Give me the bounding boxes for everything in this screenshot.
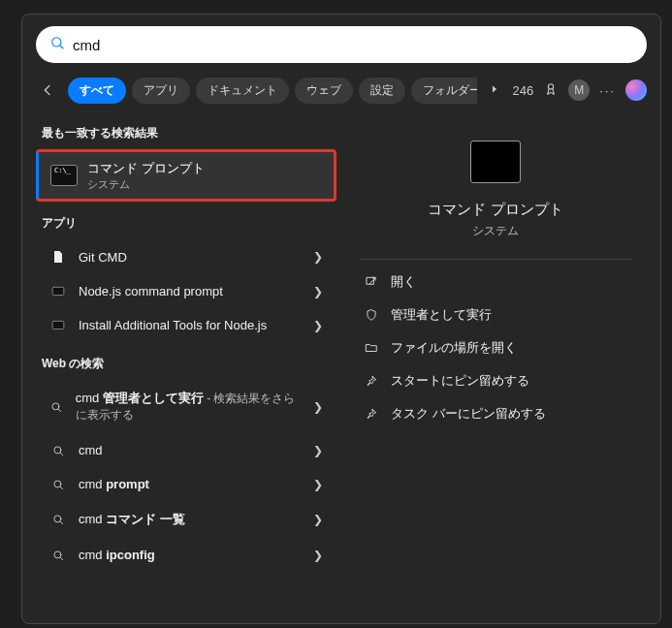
web-label: cmd 管理者として実行 - 検索結果をさらに表示する bbox=[76, 390, 302, 424]
web-item[interactable]: cmd ipconfig ❯ bbox=[36, 538, 336, 572]
chevron-right-icon: ❯ bbox=[313, 400, 323, 414]
apps-header: アプリ bbox=[42, 215, 336, 232]
search-icon bbox=[49, 400, 64, 414]
chevron-right-icon: ❯ bbox=[313, 513, 323, 526]
preview-title: コマンド プロンプト bbox=[360, 201, 631, 219]
search-bar[interactable] bbox=[36, 26, 647, 63]
web-label: cmd prompt bbox=[79, 477, 149, 491]
preview-app-icon bbox=[470, 141, 521, 183]
svg-point-2 bbox=[548, 83, 553, 88]
points-count: 246 bbox=[512, 83, 533, 98]
app-item-node-tools[interactable]: Install Additional Tools for Node.js ❯ bbox=[36, 308, 336, 342]
best-match-item[interactable]: C:\_ コマンド プロンプト システム bbox=[36, 149, 336, 202]
chevron-right-icon: ❯ bbox=[313, 250, 323, 264]
best-match-subtitle: システム bbox=[87, 177, 205, 192]
search-input[interactable] bbox=[73, 37, 633, 53]
copilot-icon[interactable] bbox=[625, 79, 647, 101]
web-label: cmd コマンド 一覧 bbox=[79, 511, 185, 528]
svg-line-1 bbox=[60, 46, 63, 48]
chevron-right-icon: ❯ bbox=[313, 444, 323, 457]
filter-toolbar: すべて アプリ ドキュメント ウェブ 設定 フォルダー 写 246 M ··· bbox=[36, 77, 647, 104]
action-label: ファイルの場所を開く bbox=[391, 339, 517, 357]
svg-line-12 bbox=[60, 521, 62, 523]
svg-point-5 bbox=[52, 402, 59, 409]
chevron-right-icon: ❯ bbox=[313, 478, 323, 491]
search-icon bbox=[49, 478, 67, 491]
svg-point-0 bbox=[52, 38, 61, 47]
action-label: スタートにピン留めする bbox=[391, 372, 529, 390]
account-avatar[interactable]: M bbox=[568, 79, 590, 101]
tab-documents[interactable]: ドキュメント bbox=[196, 78, 289, 104]
back-button[interactable] bbox=[36, 77, 60, 104]
web-header: Web の検索 bbox=[42, 356, 336, 372]
action-label: タスク バーにピン留めする bbox=[391, 405, 546, 423]
svg-point-7 bbox=[54, 446, 61, 453]
search-icon bbox=[49, 513, 67, 526]
search-icon bbox=[49, 549, 67, 562]
svg-rect-3 bbox=[52, 287, 64, 295]
action-open-location[interactable]: ファイルの場所を開く bbox=[360, 331, 631, 364]
svg-line-8 bbox=[60, 453, 62, 455]
app-label: Install Additional Tools for Node.js bbox=[79, 318, 267, 332]
tab-settings[interactable]: 設定 bbox=[359, 78, 405, 104]
terminal-icon bbox=[49, 285, 67, 298]
search-icon bbox=[49, 444, 67, 457]
action-open[interactable]: 開く bbox=[360, 266, 631, 298]
web-label: cmd bbox=[79, 443, 103, 457]
svg-point-9 bbox=[54, 480, 61, 487]
preview-subtitle: システム bbox=[360, 223, 631, 239]
more-icon[interactable]: ··· bbox=[599, 83, 616, 98]
divider bbox=[360, 259, 631, 260]
tab-web[interactable]: ウェブ bbox=[295, 78, 353, 104]
web-item[interactable]: cmd 管理者として実行 - 検索結果をさらに表示する ❯ bbox=[36, 380, 336, 433]
pin-icon bbox=[364, 407, 379, 421]
search-icon bbox=[49, 35, 65, 54]
file-icon bbox=[49, 249, 67, 265]
web-label: cmd ipconfig bbox=[79, 548, 155, 562]
terminal-icon bbox=[49, 319, 67, 332]
shield-icon bbox=[364, 308, 379, 322]
best-match-header: 最も一致する検索結果 bbox=[42, 125, 336, 141]
svg-point-13 bbox=[54, 550, 61, 557]
svg-rect-4 bbox=[52, 321, 64, 329]
svg-point-11 bbox=[54, 516, 61, 522]
app-label: Node.js command prompt bbox=[79, 284, 223, 298]
svg-line-10 bbox=[60, 487, 62, 488]
svg-line-14 bbox=[60, 557, 62, 559]
pin-icon bbox=[364, 374, 379, 388]
action-pin-start[interactable]: スタートにピン留めする bbox=[360, 364, 631, 397]
tab-overflow-next[interactable] bbox=[485, 81, 504, 99]
web-item[interactable]: cmd prompt ❯ bbox=[36, 467, 336, 501]
app-item-git-cmd[interactable]: Git CMD ❯ bbox=[36, 239, 336, 274]
tab-all[interactable]: すべて bbox=[68, 78, 126, 104]
svg-line-6 bbox=[59, 409, 61, 411]
best-match-title: コマンド プロンプト bbox=[87, 160, 205, 177]
chevron-right-icon: ❯ bbox=[313, 319, 323, 332]
chevron-right-icon: ❯ bbox=[313, 549, 323, 562]
open-icon bbox=[364, 275, 379, 289]
rewards-icon[interactable] bbox=[543, 81, 559, 100]
chevron-right-icon: ❯ bbox=[313, 285, 323, 298]
tab-apps[interactable]: アプリ bbox=[132, 78, 190, 104]
web-item[interactable]: cmd ❯ bbox=[36, 433, 336, 467]
action-label: 開く bbox=[391, 273, 416, 291]
action-pin-taskbar[interactable]: タスク バーにピン留めする bbox=[360, 397, 631, 430]
cmd-prompt-icon: C:\_ bbox=[50, 165, 78, 186]
action-run-admin[interactable]: 管理者として実行 bbox=[360, 298, 631, 331]
app-label: Git CMD bbox=[79, 250, 127, 265]
tab-folders[interactable]: フォルダー bbox=[411, 78, 478, 104]
web-item[interactable]: cmd コマンド 一覧 ❯ bbox=[36, 501, 336, 538]
folder-icon bbox=[364, 341, 379, 355]
action-label: 管理者として実行 bbox=[391, 306, 492, 324]
app-item-node-prompt[interactable]: Node.js command prompt ❯ bbox=[36, 274, 336, 308]
